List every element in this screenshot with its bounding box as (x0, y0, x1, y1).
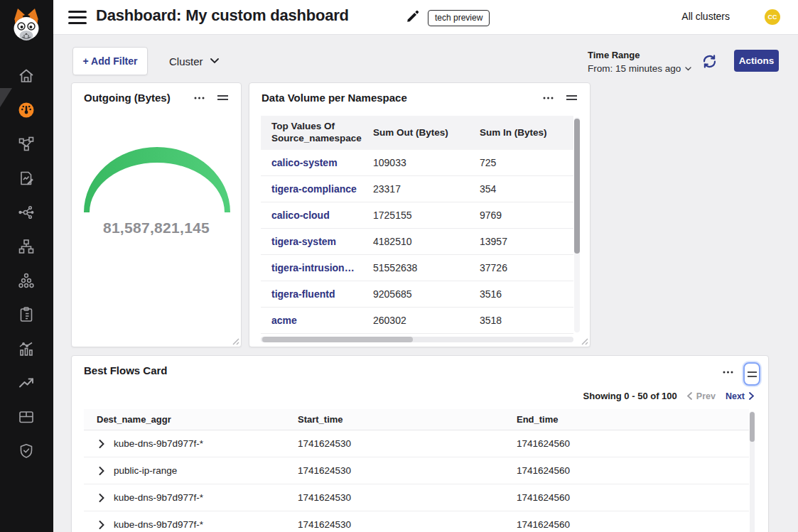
dest-name-value: kube-dns-9b7d977f-* (114, 492, 203, 503)
start-time-value: 1741624530 (298, 519, 517, 530)
namespace-link[interactable]: tigera-intrusion-d… (261, 262, 362, 273)
flow-visualizer-icon (18, 204, 35, 221)
namespace-link[interactable]: calico-cloud (261, 210, 362, 221)
sidebar-item-dashboards[interactable] (18, 101, 36, 119)
time-range-dropdown[interactable]: From: 15 minutes ago (588, 63, 691, 74)
sum-in-value: 354 (469, 183, 573, 195)
sidebar-item-workloads[interactable] (18, 408, 36, 425)
table-row[interactable]: public-ip-range 1741624530 1741624560 (84, 457, 749, 484)
active-nav-fold-decoration (0, 88, 12, 107)
sum-out-value: 51552638 (362, 262, 469, 273)
card-more-options-button[interactable] (541, 95, 555, 101)
sum-out-value: 9205685 (362, 288, 469, 300)
refresh-icon (701, 53, 718, 70)
column-header: Sum In (Bytes) (469, 127, 573, 139)
dest-name-value: public-ip-range (114, 465, 177, 476)
sum-in-value: 37726 (469, 262, 573, 273)
table-row[interactable]: kube-dns-9b7d977f-* 1741624530 174162456… (84, 484, 749, 511)
namespace-link[interactable]: acme (261, 315, 362, 326)
namespace-link[interactable]: tigera-fluentd (261, 288, 362, 300)
sidebar-item-trends[interactable] (18, 374, 36, 391)
table-row: tigera-compliance 23317 354 (261, 176, 573, 202)
row-expand-button[interactable] (99, 494, 104, 502)
card-more-options-button[interactable] (193, 95, 206, 101)
table-row: acme 260302 3518 (261, 308, 573, 334)
namespace-link[interactable]: tigera-compliance (261, 183, 362, 195)
namespace-link[interactable]: tigera-system (261, 236, 362, 247)
sidebar-item-clusters[interactable] (18, 271, 36, 289)
dest-name-value: kube-dns-9b7d977f-* (114, 519, 203, 530)
sidebar-item-compliance[interactable] (18, 305, 36, 323)
next-label: Next (726, 391, 745, 401)
table-row[interactable]: kube-dns-9b7d977f-* 1741624530 174162456… (84, 430, 749, 457)
time-range-control: Time Range From: 15 minutes ago (588, 50, 691, 74)
sum-out-value: 1725155 (362, 210, 469, 221)
chevron-right-icon (99, 467, 104, 475)
calico-cat-logo (9, 7, 43, 45)
card-drag-handle[interactable] (564, 93, 579, 102)
horizontal-scrollbar-track (261, 337, 573, 342)
page-title: Dashboard: My custom dashboard (96, 6, 349, 25)
user-avatar[interactable]: CC (765, 9, 780, 25)
sidebar-item-statistics[interactable] (18, 340, 36, 357)
table-row: tigera-fluentd 9205685 3516 (261, 281, 573, 308)
hamburger-icon (68, 11, 87, 13)
card-drag-handle-focused[interactable] (743, 362, 760, 386)
actions-button[interactable]: Actions (734, 50, 779, 72)
sidebar-item-home[interactable] (18, 67, 36, 85)
next-page-button[interactable]: Next (726, 391, 754, 401)
row-expand-button[interactable] (99, 440, 104, 448)
tech-preview-badge: tech preview (428, 10, 490, 26)
resize-handle-icon[interactable] (232, 337, 239, 345)
namespace-table: Top Values Of Source_namespace Sum Out (… (261, 116, 573, 334)
sidebar-item-security[interactable] (18, 442, 36, 460)
table-row: tigera-system 4182510 13957 (261, 229, 573, 255)
table-row: tigera-intrusion-d… 51552638 37726 (261, 255, 573, 281)
best-flows-card-title: Best Flows Card (84, 364, 168, 376)
gauge-value: 81,587,821,145 (72, 219, 241, 237)
cluster-selector[interactable]: All clusters (681, 11, 730, 22)
edit-dashboard-button[interactable] (405, 9, 421, 25)
vertical-scrollbar-thumb[interactable] (574, 119, 580, 254)
more-options-icon (194, 97, 205, 99)
chevron-down-icon (685, 67, 691, 71)
vertical-scrollbar-track (574, 117, 580, 332)
cluster-circles-icon (18, 272, 35, 289)
home-icon (18, 67, 35, 85)
sidebar-item-reports[interactable] (18, 169, 36, 187)
sum-in-value: 725 (469, 157, 573, 168)
more-options-icon (543, 97, 554, 99)
package-box-icon (18, 408, 35, 425)
sidebar-item-flow-visualizations[interactable] (18, 203, 36, 221)
pagination-status: Showing 0 - 50 of 100 (583, 391, 677, 401)
cluster-filter-dropdown[interactable]: Cluster (169, 53, 219, 70)
table-row[interactable]: kube-dns-9b7d977f-* 1741624530 174162456… (84, 511, 749, 532)
horizontal-scrollbar-thumb[interactable] (262, 337, 413, 342)
end-time-value: 1741624560 (517, 519, 749, 530)
data-volume-card-title: Data Volume per Namespace (261, 92, 407, 104)
card-more-options-button[interactable] (721, 369, 735, 375)
sum-in-value: 3518 (469, 315, 573, 326)
vertical-scrollbar-thumb[interactable] (750, 412, 755, 442)
sitemap-icon (18, 238, 35, 255)
refresh-button[interactable] (701, 53, 718, 70)
menu-toggle-button[interactable] (68, 11, 87, 24)
prev-page-button[interactable]: Prev (687, 391, 716, 401)
start-time-value: 1741624530 (298, 492, 517, 503)
sidebar-item-service-graph[interactable] (18, 135, 36, 153)
card-drag-handle[interactable] (215, 93, 230, 102)
chevron-right-icon (99, 440, 104, 448)
column-header: Dest_name_aggr (84, 414, 298, 425)
end-time-value: 1741624560 (517, 438, 749, 449)
resize-handle-icon[interactable] (581, 337, 588, 345)
sidebar-item-network-topology[interactable] (18, 237, 36, 255)
end-time-value: 1741624560 (517, 465, 749, 476)
row-expand-button[interactable] (99, 467, 104, 475)
row-expand-button[interactable] (99, 521, 104, 529)
namespace-link[interactable]: calico-system (261, 157, 362, 168)
column-header: Sum Out (Bytes) (362, 127, 469, 139)
add-filter-button[interactable]: + Add Filter (72, 47, 148, 75)
chevron-down-icon (210, 58, 219, 64)
chevron-left-icon (687, 392, 692, 400)
shield-check-icon (18, 443, 35, 460)
